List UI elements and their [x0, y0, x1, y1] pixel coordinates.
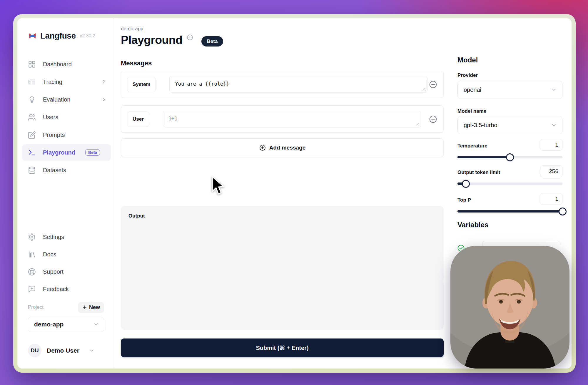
logo-row: Langfuse v2.30.2 [28, 30, 104, 42]
playground-beta-chip: Beta [85, 149, 100, 156]
prompts-icon [28, 131, 36, 139]
library-icon [28, 250, 36, 258]
temperature-value[interactable]: 1 [540, 139, 562, 151]
project-label: Project [28, 304, 44, 310]
role-button[interactable]: User [127, 112, 149, 127]
slider-thumb[interactable] [559, 208, 567, 215]
slider-track [457, 182, 562, 185]
datasets-icon [28, 166, 36, 174]
output-label: Output [128, 213, 436, 219]
add-message-button[interactable]: Add message [121, 138, 444, 157]
sidebar-item-support[interactable]: Support [28, 263, 104, 280]
sidebar-item-label: Evaluation [43, 96, 70, 103]
message-plus-icon [28, 285, 36, 293]
submit-label: Submit (⌘ + Enter) [256, 344, 308, 351]
page-title: Playground [121, 34, 183, 47]
submit-button[interactable]: Submit (⌘ + Enter) [121, 338, 444, 357]
presenter-video [450, 246, 569, 369]
output-panel: Output [121, 206, 444, 330]
top-p-value[interactable]: 1 [540, 193, 562, 205]
temperature-slider[interactable] [457, 153, 562, 161]
sidebar-item-label: Feedback [43, 286, 69, 293]
info-icon[interactable] [187, 34, 193, 41]
message-textarea-wrap: You are a {{role}} [169, 76, 427, 93]
output-token-limit-label: Output token limit [457, 170, 500, 175]
plus-icon [82, 305, 87, 310]
terminal-icon [28, 149, 36, 157]
remove-message-button[interactable] [428, 114, 438, 124]
top-p-slider[interactable] [457, 207, 562, 215]
system-message-input[interactable]: You are a {{role}} [169, 76, 427, 93]
webcam-overlay [450, 246, 569, 369]
project-select[interactable]: demo-app [28, 317, 104, 332]
role-button[interactable]: System [127, 77, 156, 92]
user-menu[interactable]: DU Demo User [28, 344, 104, 357]
message-row-user: User 1+1 [121, 105, 444, 133]
project-select-value: demo-app [34, 321, 64, 328]
variables-heading: Variables [457, 221, 488, 229]
slider-thumb[interactable] [506, 153, 514, 161]
sidebar-item-users[interactable]: Users [22, 109, 111, 125]
remove-message-button[interactable] [428, 79, 438, 89]
model-name-label: Model name [457, 108, 486, 114]
message-row-system: System You are a {{role}} [121, 71, 444, 98]
slider-track [457, 210, 562, 213]
messages-heading: Messages [121, 59, 152, 67]
minus-circle-icon [429, 80, 437, 89]
plus-circle-icon [259, 144, 266, 151]
beta-badge: Beta [201, 36, 223, 47]
avatar: DU [28, 344, 41, 357]
model-name-select[interactable]: gpt-3.5-turbo [457, 116, 562, 134]
sidebar-item-label: Playground [43, 149, 75, 156]
lifebuoy-icon [28, 268, 36, 276]
sidebar-item-docs[interactable]: Docs [28, 246, 104, 263]
output-token-limit-value[interactable]: 256 [540, 165, 562, 177]
dashboard-icon [28, 60, 36, 68]
sidebar-item-datasets[interactable]: Datasets [22, 162, 111, 178]
sidebar-item-label: Tracing [43, 79, 62, 85]
provider-select[interactable]: openai [457, 81, 562, 99]
sidebar-item-settings[interactable]: Settings [28, 229, 104, 245]
provider-value: openai [464, 87, 481, 93]
new-project-button[interactable]: New [78, 302, 104, 313]
project-row: Project New [28, 301, 104, 313]
top-p-label: Top P [457, 197, 471, 203]
users-icon [28, 113, 36, 121]
sidebar-item-label: Users [43, 114, 58, 121]
slider-thumb[interactable] [462, 180, 470, 188]
chevron-right-icon [101, 97, 107, 102]
model-name-value: gpt-3.5-turbo [464, 122, 497, 129]
page-header: Playground Beta [121, 34, 223, 47]
chevron-down-icon [551, 87, 557, 93]
mouse-cursor [210, 175, 225, 196]
breadcrumb[interactable]: demo-app [121, 26, 143, 32]
evaluation-icon [28, 96, 36, 104]
sidebar: Langfuse v2.30.2 Dashboard Tracing [17, 18, 113, 369]
sidebar-item-playground[interactable]: Playground Beta [22, 144, 111, 161]
slider-fill [457, 210, 562, 213]
chevron-down-icon [89, 348, 95, 354]
tracing-icon [28, 78, 36, 86]
app-title: Langfuse [40, 31, 76, 41]
chevron-right-icon [101, 79, 107, 85]
sidebar-item-label: Datasets [43, 167, 66, 174]
user-name: Demo User [47, 347, 79, 354]
desktop-background: Langfuse v2.30.2 Dashboard Tracing [0, 0, 588, 385]
model-heading: Model [457, 56, 478, 64]
sidebar-item-label: Prompts [43, 132, 65, 138]
minus-circle-icon [429, 115, 437, 124]
sidebar-footer: Settings Docs Support Feedback [28, 229, 104, 357]
sidebar-item-dashboard[interactable]: Dashboard [22, 56, 111, 72]
sidebar-item-evaluation[interactable]: Evaluation [22, 91, 111, 108]
langfuse-logo-icon [28, 31, 37, 40]
sidebar-item-prompts[interactable]: Prompts [22, 127, 111, 143]
sidebar-item-feedback[interactable]: Feedback [28, 281, 104, 297]
gear-icon [28, 233, 36, 241]
output-token-limit-slider[interactable] [457, 180, 562, 188]
add-message-label: Add message [269, 145, 306, 151]
user-message-input[interactable]: 1+1 [163, 111, 421, 127]
sidebar-item-tracing[interactable]: Tracing [22, 74, 111, 90]
sidebar-item-label: Docs [43, 251, 56, 258]
sidebar-item-label: Settings [43, 234, 64, 240]
chevron-down-icon [551, 122, 557, 128]
